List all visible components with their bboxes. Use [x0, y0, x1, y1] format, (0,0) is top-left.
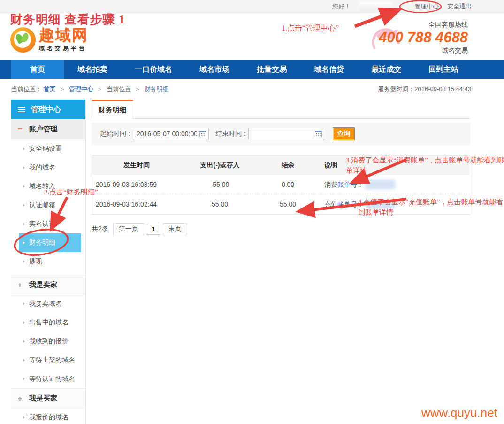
annotation-step4: 4.充值了会显示“充值账单”，点击账单号就能看到账单详情 — [358, 197, 504, 217]
chevron-right-icon — [23, 416, 25, 419]
breadcrumb: 当前位置： 首页 ＞ 管理中心 ＞ 当前位置 ＞ 财务明细 — [11, 85, 168, 93]
cell-description: 消费账单号： — [317, 180, 470, 189]
cell-amount: -55.00 — [181, 181, 259, 188]
annotation-step1: 1.点击“管理中心” — [282, 23, 339, 33]
chevron-right-icon — [23, 321, 25, 324]
chevron-right-icon — [23, 203, 25, 207]
cell-time: 2016-09-03 16:02:44 — [92, 200, 181, 208]
nav-item-home[interactable]: 首页 — [11, 60, 64, 79]
cell-time: 2016-09-03 16:03:59 — [92, 181, 181, 188]
hotline-caption: 域名交易 — [379, 46, 468, 55]
chevron-right-icon — [23, 147, 25, 151]
sidebar-item-security-code[interactable]: 安全码设置 — [11, 139, 85, 158]
current-page-button[interactable]: 1 — [147, 224, 160, 235]
logo-icon — [10, 27, 36, 53]
chevron-right-icon — [23, 166, 25, 170]
sidebar-group-seller[interactable]: + 我是卖家 — [11, 275, 85, 294]
chevron-right-icon — [23, 339, 25, 343]
bill-number-link[interactable]: 账单号 — [337, 181, 357, 188]
nav-item-bulk[interactable]: 批量交易 — [243, 60, 300, 79]
annotation-title: 财务明细 查看步骤 1 — [10, 11, 125, 28]
last-page-button[interactable]: 末页 — [163, 223, 187, 235]
calendar-icon[interactable] — [199, 131, 206, 139]
sidebar-item-my-domains[interactable]: 我的域名 — [11, 158, 85, 177]
sidebar-group-account-label: 账户管理 — [29, 125, 57, 134]
sidebar-item-waiting-verification[interactable]: 等待认证的域名 — [11, 370, 85, 388]
breadcrumb-separator: ＞ — [59, 85, 65, 93]
col-header-balance: 结余 — [259, 161, 317, 170]
sidebar-group-account[interactable]: − 账户管理 — [11, 119, 85, 139]
desc-type: 消费 — [324, 181, 337, 188]
start-time-input[interactable] — [133, 128, 209, 140]
logo-name: 趣域网 — [39, 27, 88, 43]
annotation-step2: 2.点击“财务明细” — [44, 188, 98, 197]
chevron-right-icon — [23, 260, 25, 263]
filter-bar: 起始时间： 结束时间： — [92, 123, 470, 145]
server-time: 服务器时间：2016-09-08 15:44:43 — [378, 85, 471, 93]
watermark: www.quyu.net — [421, 406, 497, 420]
tab-bar: 财务明细 — [92, 100, 470, 119]
sidebar-item-waiting-listing[interactable]: 等待上架的域名 — [11, 351, 85, 370]
chevron-right-icon — [23, 222, 25, 226]
table-row: 2016-09-03 16:03:59 -55.00 0.00 消费账单号： — [92, 175, 470, 194]
sidebar-group-seller-label: 我是卖家 — [29, 280, 57, 289]
username-blurred — [359, 2, 393, 11]
hotline-number: 400 788 4688 — [379, 29, 468, 46]
sidebar-item-withdraw[interactable]: 提现 — [11, 252, 85, 271]
hotline-block: 全国客服热线 400 788 4688 域名交易 — [379, 21, 468, 55]
sidebar-group-buyer[interactable]: + 我是买家 — [11, 388, 85, 408]
breadcrumb-row: 当前位置： 首页 ＞ 管理中心 ＞ 当前位置 ＞ 财务明细 服务器时间：2016… — [0, 79, 504, 100]
annotation-step3: 3.消费了会显示“消费账单”，点击账单号就能看到账单详情 — [346, 155, 504, 176]
sidebar-item-verify-email[interactable]: 认证邮箱 — [11, 196, 85, 215]
sidebar-item-offers-received[interactable]: 我收到的报价 — [11, 332, 85, 351]
expand-plus-icon: + — [18, 394, 24, 402]
pagination: 共2条 第一页 1 末页 — [92, 223, 470, 235]
breadcrumb-home[interactable]: 首页 — [44, 85, 56, 93]
logout-link[interactable]: 安全退出 — [447, 2, 472, 11]
start-time-label: 起始时间： — [100, 130, 133, 138]
sidebar-item-my-offers[interactable]: 我报价的域名 — [11, 408, 85, 424]
bill-number-blurred — [365, 180, 395, 189]
total-count: 共2条 — [92, 225, 108, 233]
site-logo[interactable]: 趣域网 域名交易平台 — [10, 27, 88, 53]
breadcrumb-separator: ＞ — [135, 85, 141, 93]
search-button[interactable]: 查询 — [333, 127, 355, 140]
management-center-link[interactable]: 管理中心 — [414, 2, 439, 11]
sidebar-group-buyer-label: 我是买家 — [29, 394, 57, 403]
chevron-right-icon — [23, 241, 25, 245]
nav-item-back-to-site[interactable]: 回到主站 — [415, 60, 472, 79]
cell-balance: 55.00 — [259, 200, 317, 208]
nav-item-credit[interactable]: 域名信贷 — [300, 60, 358, 79]
nav-item-fixed-price[interactable]: 一口价域名 — [121, 60, 186, 79]
nav-item-recent-deals[interactable]: 最近成交 — [358, 60, 415, 79]
collapse-minus-icon: − — [18, 124, 24, 134]
col-header-amount: 支出(-)或存入 — [181, 161, 259, 170]
sidebar-item-domains-on-sale[interactable]: 出售中的域名 — [11, 313, 85, 332]
nav-item-market[interactable]: 域名市场 — [186, 60, 243, 79]
logo-tagline: 域名交易平台 — [39, 45, 88, 53]
nav-item-auction[interactable]: 域名拍卖 — [64, 60, 121, 79]
cell-amount: 55.00 — [181, 200, 259, 208]
main-nav: 首页 域名拍卖 一口价域名 域名市场 批量交易 域名信贷 最近成交 回到主站 — [0, 60, 504, 79]
sidebar-header-label: 管理中心 — [31, 105, 61, 115]
end-time-input[interactable] — [248, 128, 324, 140]
sidebar-item-sell-domain[interactable]: 我要卖域名 — [11, 294, 85, 313]
calendar-icon[interactable] — [315, 131, 322, 139]
tab-finance-details[interactable]: 财务明细 — [92, 100, 133, 119]
sidebar-item-real-name-auth[interactable]: 实名认证 — [11, 215, 85, 233]
breadcrumb-label: 当前位置： — [11, 85, 42, 93]
hotline-label: 全国客服热线 — [379, 21, 468, 29]
breadcrumb-center[interactable]: 管理中心 — [69, 85, 93, 93]
cell-balance: 0.00 — [259, 181, 317, 188]
expand-plus-icon: + — [18, 281, 24, 289]
chevron-right-icon — [23, 358, 25, 362]
chevron-right-icon — [23, 185, 25, 188]
first-page-button[interactable]: 第一页 — [113, 223, 144, 235]
breadcrumb-separator: ＞ — [97, 85, 103, 93]
breadcrumb-current: 当前位置 — [107, 85, 131, 93]
menu-icon — [18, 109, 25, 110]
end-time-label: 结束时间： — [215, 130, 248, 138]
desc-type: 充值 — [324, 200, 337, 208]
sidebar-item-finance-details[interactable]: 财务明细 — [19, 233, 81, 252]
bill-number-link[interactable]: 账单号 — [337, 200, 357, 208]
